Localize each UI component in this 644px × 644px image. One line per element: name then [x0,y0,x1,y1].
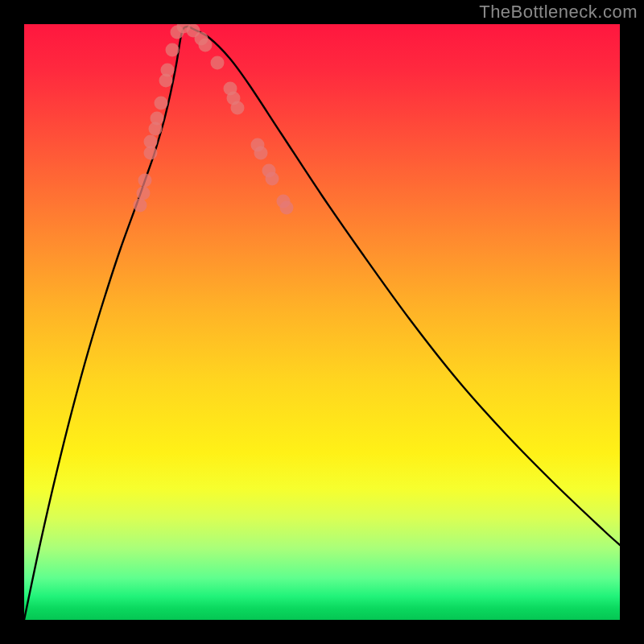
v-curve [24,27,620,620]
data-point [199,39,213,52]
data-point [155,97,168,110]
data-point [280,201,294,215]
data-point [166,43,180,57]
data-point [211,56,225,70]
watermark-text: TheBottleneck.com [479,2,638,23]
data-point [137,187,151,200]
data-point [266,172,279,186]
plot-area [24,24,620,620]
curve-layer [24,24,620,620]
data-point [231,101,245,115]
data-point [144,135,158,149]
data-point [138,174,152,188]
data-point [151,112,164,126]
data-point [134,199,147,213]
data-point [161,64,175,77]
v-curve-path [24,27,620,620]
data-points [134,24,294,215]
data-point [254,147,268,160]
